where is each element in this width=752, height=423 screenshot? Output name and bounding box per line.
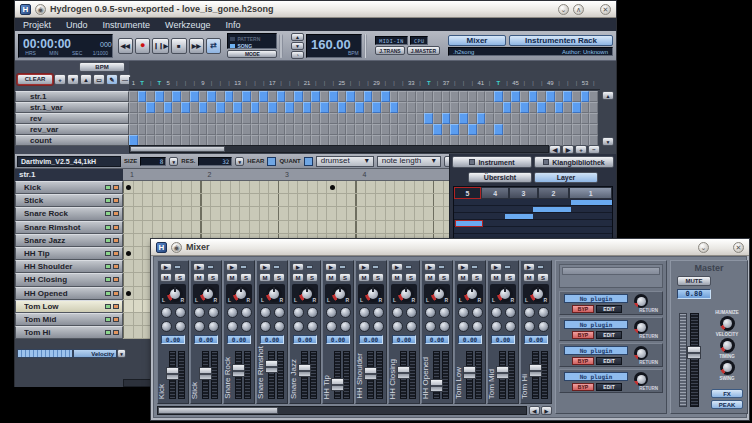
song-cell[interactable]	[416, 124, 425, 135]
song-cell[interactable]	[459, 102, 468, 113]
fx-send-knob[interactable]	[175, 321, 186, 332]
song-cell-active[interactable]	[225, 91, 234, 102]
fader-handle[interactable]	[496, 366, 509, 379]
record-button[interactable]: ●	[135, 38, 150, 54]
mixer-window-menu-icon[interactable]: ◉	[171, 242, 182, 253]
layer-header-4[interactable]: 4	[481, 187, 509, 199]
menu-item-werkzeuge[interactable]: Werkzeuge	[165, 20, 210, 30]
song-cell[interactable]	[398, 113, 407, 124]
layer-header-5[interactable]: 5	[454, 187, 481, 199]
fx-send-knob[interactable]	[274, 321, 285, 332]
song-cell[interactable]	[511, 113, 520, 124]
solo-button[interactable]: S	[537, 273, 549, 282]
mute-button[interactable]: M	[193, 273, 205, 282]
song-cell[interactable]	[199, 91, 208, 102]
layer-bar[interactable]	[456, 221, 483, 226]
swing-knob[interactable]	[720, 360, 735, 375]
mixer-close-button[interactable]: ✕	[733, 242, 744, 253]
note-property-select[interactable]: Velocity	[73, 349, 117, 358]
show-instrument-rack-button[interactable]: Instrumenten Rack	[509, 35, 613, 46]
strips-scroll-left-button[interactable]: ◀	[529, 406, 540, 415]
song-cell-active[interactable]	[251, 102, 260, 113]
pattern-row-rev_var[interactable]: rev_var	[15, 124, 129, 135]
strip-play-button[interactable]: ▶	[391, 263, 403, 271]
fader-handle[interactable]	[331, 378, 344, 391]
song-cell-active[interactable]	[172, 91, 181, 102]
jack-transport-button[interactable]: J.TRANS	[375, 46, 404, 55]
solo-button[interactable]: S	[339, 273, 351, 282]
song-cell[interactable]	[346, 124, 355, 135]
song-cell[interactable]	[450, 102, 459, 113]
song-cell[interactable]	[477, 102, 486, 113]
song-cell[interactable]	[164, 113, 173, 124]
instrument-row-tom-mid[interactable]: Tom Mid	[15, 313, 123, 326]
jack-master-button[interactable]: J.MASTER	[407, 46, 440, 55]
song-cell-active[interactable]	[277, 91, 286, 102]
timeline-tag-marker[interactable]: T	[155, 77, 164, 89]
mute-button[interactable]: M	[292, 273, 304, 282]
song-cell[interactable]	[485, 102, 494, 113]
song-cell[interactable]	[285, 91, 294, 102]
song-cell-active[interactable]	[155, 91, 164, 102]
fader-handle[interactable]	[529, 364, 542, 377]
song-cell[interactable]	[320, 124, 329, 135]
song-cell[interactable]	[416, 91, 425, 102]
stop-button[interactable]: ■	[171, 38, 186, 54]
song-cell[interactable]	[503, 113, 512, 124]
song-cell[interactable]	[277, 102, 286, 113]
fx-send-knob[interactable]	[208, 321, 219, 332]
instrument-play-led[interactable]	[105, 185, 111, 190]
song-cell[interactable]	[207, 113, 216, 124]
song-cell[interactable]	[164, 91, 173, 102]
song-cell[interactable]	[268, 124, 277, 135]
song-cell-active[interactable]	[364, 91, 373, 102]
timeline-tick[interactable]: |	[181, 77, 190, 89]
song-cell[interactable]	[537, 91, 546, 102]
timeline-number[interactable]: 49	[546, 77, 555, 89]
scroll-right-button[interactable]: ▶	[562, 145, 574, 154]
timeline-tick[interactable]: |	[190, 77, 199, 89]
song-cell-active[interactable]	[433, 124, 442, 135]
timeline-number[interactable]: 45	[511, 77, 520, 89]
subtab-übersicht[interactable]: Übersicht	[468, 172, 532, 183]
song-cell[interactable]	[294, 102, 303, 113]
fx-send-knob[interactable]	[439, 307, 450, 318]
song-cell[interactable]	[503, 91, 512, 102]
fx-send-knob[interactable]	[326, 321, 337, 332]
instrument-play-led[interactable]	[105, 211, 111, 216]
menu-item-instrumente[interactable]: Instrumente	[103, 20, 151, 30]
song-cell[interactable]	[485, 113, 494, 124]
instrument-mute-led[interactable]	[113, 317, 119, 322]
song-cell[interactable]	[346, 113, 355, 124]
timeline-tick[interactable]: |	[390, 77, 399, 89]
song-cell[interactable]	[520, 113, 529, 124]
song-cell[interactable]	[242, 124, 251, 135]
timeline-number[interactable]: 29	[372, 77, 381, 89]
fx-edit-button[interactable]: EDIT	[596, 331, 622, 339]
scroll-left-button[interactable]: ◀	[549, 145, 561, 154]
song-cell-active[interactable]	[381, 91, 390, 102]
song-cell[interactable]	[172, 102, 181, 113]
song-cell-active[interactable]	[511, 91, 520, 102]
song-cell[interactable]	[581, 124, 590, 135]
song-cell[interactable]	[303, 113, 312, 124]
song-cell[interactable]	[364, 124, 373, 135]
fx-edit-button[interactable]: EDIT	[596, 383, 622, 391]
strip-play-button[interactable]: ▶	[226, 263, 238, 271]
song-cell-active[interactable]	[555, 102, 564, 113]
song-cell[interactable]	[372, 91, 381, 102]
timeline-number[interactable]: 41	[477, 77, 486, 89]
move-down-button[interactable]: ▼	[67, 74, 79, 85]
fx-send-knob[interactable]	[241, 307, 252, 318]
song-cell[interactable]	[251, 124, 260, 135]
resolution-dropdown-button[interactable]: ▾	[235, 157, 244, 166]
song-cell[interactable]	[529, 113, 538, 124]
song-cell[interactable]	[225, 113, 234, 124]
timing-knob[interactable]	[720, 338, 735, 353]
bpm-down-button[interactable]: ▼	[291, 42, 304, 50]
song-cell[interactable]	[546, 124, 555, 135]
fx-send-knob[interactable]	[373, 307, 384, 318]
song-cell[interactable]	[589, 113, 598, 124]
song-cell-active[interactable]	[520, 102, 529, 113]
fx-send-knob[interactable]	[274, 307, 285, 318]
